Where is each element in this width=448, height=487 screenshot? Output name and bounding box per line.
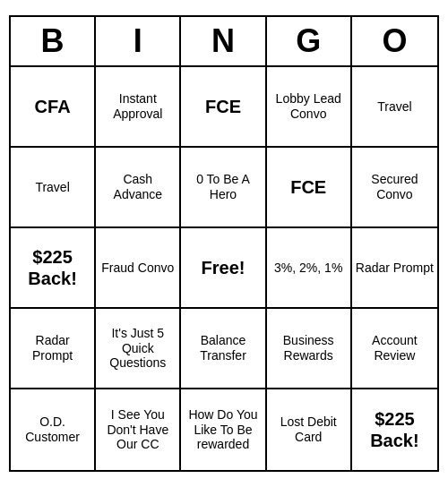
bingo-cell-16: It's Just 5 Quick Questions: [96, 309, 181, 389]
bingo-cell-5: Travel: [11, 148, 96, 228]
bingo-cell-24: $225 Back!: [352, 389, 437, 470]
bingo-cell-6: Cash Advance: [96, 148, 181, 228]
header-g: G: [267, 17, 352, 65]
bingo-cell-12: Free!: [181, 228, 266, 309]
bingo-cell-1: Instant Approval: [96, 67, 181, 148]
bingo-cell-0: CFA: [11, 67, 96, 148]
bingo-cell-21: I See You Don't Have Our CC: [96, 389, 181, 470]
bingo-cell-18: Business Rewards: [267, 309, 352, 389]
bingo-header: B I N G O: [11, 17, 437, 67]
header-o: O: [352, 17, 437, 65]
bingo-cell-14: Radar Prompt: [352, 228, 437, 309]
bingo-grid: CFAInstant ApprovalFCELobby Lead ConvoTr…: [11, 67, 437, 470]
bingo-cell-20: O.D. Customer: [11, 389, 96, 470]
bingo-cell-2: FCE: [181, 67, 266, 148]
bingo-card: B I N G O CFAInstant ApprovalFCELobby Le…: [9, 15, 439, 472]
bingo-cell-17: Balance Transfer: [181, 309, 266, 389]
bingo-cell-22: How Do You Like To Be rewarded: [181, 389, 266, 470]
bingo-cell-4: Travel: [352, 67, 437, 148]
bingo-cell-9: Secured Convo: [352, 148, 437, 228]
bingo-cell-11: Fraud Convo: [96, 228, 181, 309]
bingo-cell-3: Lobby Lead Convo: [267, 67, 352, 148]
bingo-cell-19: Account Review: [352, 309, 437, 389]
header-i: I: [96, 17, 181, 65]
header-n: N: [181, 17, 266, 65]
bingo-cell-10: $225 Back!: [11, 228, 96, 309]
bingo-cell-8: FCE: [267, 148, 352, 228]
bingo-cell-23: Lost Debit Card: [267, 389, 352, 470]
bingo-cell-7: 0 To Be A Hero: [181, 148, 266, 228]
header-b: B: [11, 17, 96, 65]
bingo-cell-15: Radar Prompt: [11, 309, 96, 389]
bingo-cell-13: 3%, 2%, 1%: [267, 228, 352, 309]
